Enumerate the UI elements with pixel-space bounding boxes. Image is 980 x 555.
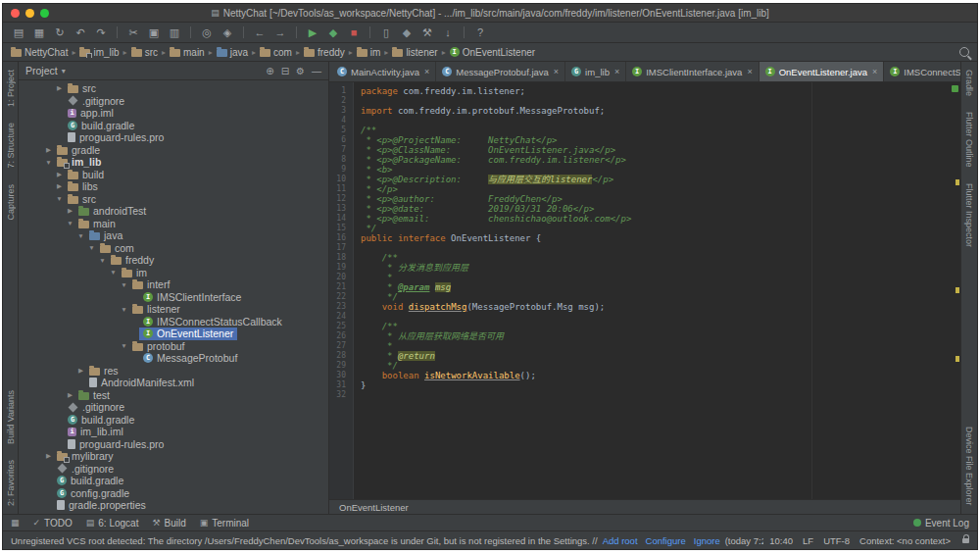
build-tab[interactable]: ⚒Build bbox=[152, 518, 185, 529]
save-all-icon[interactable]: ▦ bbox=[31, 24, 47, 41]
editor-tab[interactable]: IIMSClientInterface.java× bbox=[626, 62, 759, 81]
editor-tab[interactable]: CMainActivity.java× bbox=[331, 62, 436, 81]
tree-item[interactable]: IIMSClientInterface bbox=[19, 291, 328, 304]
tree-item[interactable]: Gbuild.gradle bbox=[19, 414, 328, 427]
status-link[interactable]: Add root bbox=[603, 535, 638, 546]
breadcrumb-item[interactable]: com bbox=[260, 47, 292, 58]
tab-close-icon[interactable]: × bbox=[872, 67, 877, 76]
breadcrumb-item[interactable]: im_lib bbox=[79, 47, 119, 58]
tree-item[interactable]: IOnEventListener bbox=[19, 328, 328, 340]
tree-item[interactable]: ▶mylibrary bbox=[19, 450, 328, 463]
tree-item[interactable]: ▼src bbox=[19, 193, 328, 206]
breadcrumb-item[interactable]: java bbox=[217, 47, 248, 58]
tree-item[interactable]: iim_lib.iml bbox=[19, 426, 328, 438]
tree-item[interactable]: ▼listener bbox=[19, 303, 328, 316]
tree-item[interactable]: Gconfig.gradle bbox=[19, 487, 328, 500]
tree-item[interactable]: .gitignore bbox=[19, 95, 328, 108]
breadcrumb-item[interactable]: freddy bbox=[304, 47, 345, 58]
tree-item[interactable]: ▶androidTest bbox=[19, 205, 328, 218]
find-icon[interactable]: ◎ bbox=[199, 24, 215, 41]
run-icon[interactable]: ▶ bbox=[305, 24, 320, 41]
scrollbar-warning-mark[interactable] bbox=[956, 356, 959, 362]
scrollbar-warning-mark[interactable] bbox=[956, 179, 959, 185]
debug-icon[interactable]: ◆ bbox=[325, 24, 341, 41]
minimize-window-button[interactable] bbox=[25, 9, 34, 18]
event-log-tab[interactable]: Event Log bbox=[913, 518, 969, 529]
tab-close-icon[interactable]: × bbox=[554, 67, 559, 76]
tree-item[interactable]: gradle.properties bbox=[19, 499, 328, 512]
avd-manager-icon[interactable]: ▯ bbox=[378, 24, 394, 41]
tree-toggle-icon[interactable]: ▶ bbox=[66, 391, 74, 399]
tree-toggle-icon[interactable]: ▶ bbox=[44, 146, 53, 154]
tree-toggle-icon[interactable]: ▶ bbox=[55, 84, 64, 92]
editor-tab[interactable]: Gim_lib× bbox=[565, 62, 626, 81]
tree-toggle-icon[interactable]: ▼ bbox=[109, 269, 118, 276]
tree-toggle-icon[interactable]: ▼ bbox=[76, 232, 85, 239]
paste-icon[interactable]: ▥ bbox=[167, 24, 182, 41]
redo-icon[interactable]: ↷ bbox=[93, 24, 109, 41]
copy-icon[interactable]: ▣ bbox=[146, 24, 162, 41]
settings-icon[interactable]: ⚙ bbox=[296, 66, 305, 76]
replace-icon[interactable]: ◈ bbox=[220, 24, 235, 41]
tab-close-icon[interactable]: × bbox=[747, 67, 752, 76]
tree-item[interactable]: ▼interf bbox=[19, 278, 328, 291]
tree-item[interactable]: ▶test bbox=[19, 389, 328, 402]
todo-tab[interactable]: ✓TODO bbox=[33, 518, 73, 529]
tree-toggle-icon[interactable]: ▼ bbox=[44, 159, 53, 166]
breadcrumb-item[interactable]: im bbox=[357, 47, 381, 58]
tree-toggle-icon[interactable]: ▼ bbox=[120, 281, 128, 288]
sync-icon[interactable]: ↻ bbox=[52, 24, 68, 41]
help-icon[interactable]: ? bbox=[472, 24, 488, 41]
tab-close-icon[interactable]: × bbox=[424, 67, 429, 76]
gradle-sync-icon[interactable]: ◆ bbox=[399, 24, 415, 41]
tree-item[interactable]: ▼main bbox=[19, 218, 328, 230]
breadcrumb-item[interactable]: listener bbox=[392, 47, 437, 58]
tree-item[interactable]: ▶gradle bbox=[19, 144, 328, 157]
tree-toggle-icon[interactable]: ▼ bbox=[120, 342, 128, 349]
close-window-button[interactable] bbox=[11, 9, 20, 18]
status-widget[interactable]: LF bbox=[803, 535, 813, 546]
status-widget[interactable]: Context: <no context> bbox=[859, 535, 951, 546]
tree-toggle-icon[interactable]: ▼ bbox=[87, 244, 96, 251]
breadcrumb-item[interactable]: src bbox=[131, 47, 158, 58]
tree-toggle-icon[interactable]: ▶ bbox=[55, 182, 64, 190]
tree-toggle-icon[interactable]: ▼ bbox=[120, 306, 128, 313]
tree-item[interactable]: ▼java bbox=[19, 229, 328, 242]
tree-item[interactable]: iapp.iml bbox=[19, 107, 328, 120]
hide-panel-icon[interactable]: — bbox=[312, 66, 321, 76]
tree-item[interactable]: ▼freddy bbox=[19, 254, 328, 267]
tree-item[interactable]: ▶libs bbox=[19, 180, 328, 193]
tree-item[interactable]: Gbuild.gradle bbox=[19, 475, 328, 487]
breadcrumb-item[interactable]: main bbox=[170, 47, 205, 58]
scrollbar-warning-mark[interactable] bbox=[956, 287, 959, 293]
tree-toggle-icon[interactable]: ▶ bbox=[66, 207, 74, 215]
locate-file-icon[interactable]: ⊕ bbox=[266, 66, 273, 76]
tree-item[interactable]: proguard-rules.pro bbox=[19, 131, 328, 144]
lock-icon[interactable] bbox=[962, 538, 969, 543]
build-icon[interactable]: ⚒ bbox=[419, 24, 435, 41]
tree-item[interactable]: ▶build bbox=[19, 169, 328, 181]
editor-breadcrumb[interactable]: OnEventListener bbox=[329, 499, 960, 514]
tree-toggle-icon[interactable]: ▼ bbox=[66, 220, 74, 227]
editor-tab[interactable]: CMessageProtobuf.java× bbox=[436, 62, 565, 81]
tree-item[interactable]: ▼im bbox=[19, 267, 328, 279]
status-widget[interactable]: UTF-8 bbox=[823, 535, 850, 546]
tree-item[interactable]: Gbuild.gradle bbox=[19, 120, 328, 132]
forward-icon[interactable]: → bbox=[272, 24, 288, 41]
breadcrumb-item[interactable]: NettyChat bbox=[11, 47, 68, 58]
tree-item[interactable]: ▼com bbox=[19, 242, 328, 255]
tool-window-button[interactable]: 1: Project bbox=[6, 70, 16, 107]
tree-toggle-icon[interactable]: ▶ bbox=[76, 367, 85, 375]
zoom-window-button[interactable] bbox=[40, 9, 49, 18]
tree-toggle-icon[interactable]: ▼ bbox=[55, 195, 64, 202]
search-everywhere-icon[interactable] bbox=[959, 47, 969, 57]
tool-window-button[interactable]: Flutter Inspector bbox=[964, 183, 974, 247]
tree-item[interactable]: ▼im_lib bbox=[19, 156, 328, 169]
tab-close-icon[interactable]: × bbox=[614, 67, 619, 76]
stop-icon[interactable]: ■ bbox=[346, 24, 362, 41]
tool-window-button[interactable]: Gradle bbox=[964, 70, 974, 96]
tree-item[interactable]: IIMSConnectStatusCallback bbox=[19, 316, 328, 328]
tree-toggle-icon[interactable]: ▶ bbox=[44, 452, 53, 460]
tree-item[interactable]: .gitignore bbox=[19, 463, 328, 476]
project-view-dropdown-icon[interactable]: ▾ bbox=[62, 67, 66, 76]
